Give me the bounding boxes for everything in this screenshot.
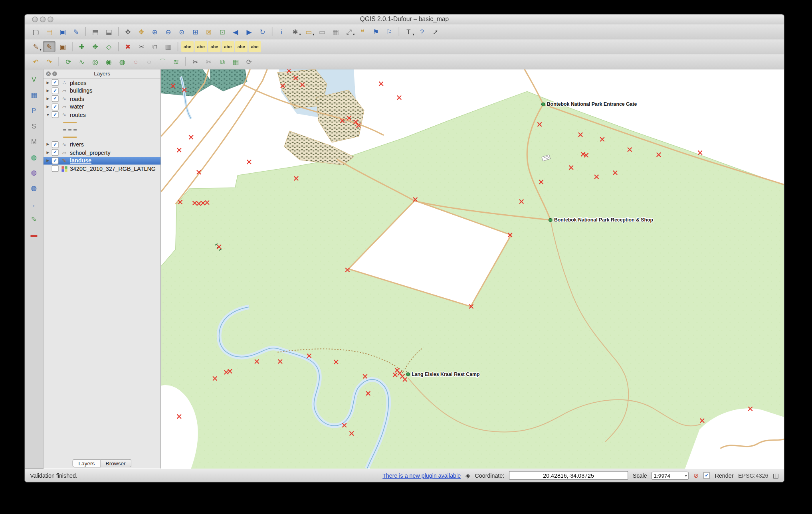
undo-icon[interactable]: ↶ [30,56,42,67]
minimize-button[interactable] [40,16,46,22]
deselect-features-icon[interactable]: ▭ [316,26,328,38]
zoom-actual-size-icon[interactable]: ⊙ [176,26,188,38]
new-project-icon[interactable]: ▢ [30,26,42,38]
pan-to-selection-icon[interactable]: ✥ [135,26,148,38]
labeling-icon[interactable]: abc [181,41,194,52]
select-features-icon[interactable]: ▭▾ [303,26,315,38]
add-postgis-layer-icon[interactable]: P [28,105,40,116]
add-raster-layer-icon[interactable]: ▦ [28,89,40,101]
save-project-icon[interactable]: ▣ [56,26,69,38]
panel-tab-layers[interactable]: Layers [73,459,100,468]
paste-features-icon[interactable]: ▥ [162,41,174,52]
title-bar[interactable]: QGIS 2.0.1-Dufour – basic_map [25,14,784,24]
rotate-label-icon[interactable]: abc [235,41,248,52]
add-ring-icon[interactable]: ◎ [89,56,101,67]
move-feature-icon[interactable]: ✥ [89,41,101,52]
zoom-in-icon[interactable]: ⊕ [149,26,161,38]
layer-legend-entry[interactable] [44,119,160,126]
layer-visibility-checkbox[interactable]: ✓ [52,95,59,102]
new-bookmark-icon[interactable]: ⚑ [370,26,382,38]
layer-row-landuse[interactable]: ▶✓✎landuse [44,156,160,164]
expand-arrow-icon[interactable]: ▶ [46,158,50,162]
current-edits-icon[interactable]: ✎▾ [30,41,42,52]
dropdown-arrow-icon[interactable]: ▾ [313,33,314,37]
zoom-last-icon[interactable]: ◀ [230,26,242,38]
delete-ring-icon[interactable]: ◌ [129,56,142,67]
open-attribute-table-icon[interactable]: ▦ [329,26,342,38]
layer-row-places[interactable]: ▶✓∴places [44,79,160,87]
text-annotation-icon[interactable]: T▾ [402,26,415,38]
layer-visibility-checkbox[interactable]: ✓ [52,141,59,148]
cut-features-icon[interactable]: ✂ [135,41,148,52]
map-canvas[interactable]: Bontebok National Park Entrance GateBont… [161,69,784,469]
add-feature-icon[interactable]: ✚ [75,41,88,52]
remove-layer-icon[interactable]: ▬ [28,229,40,240]
node-tool-icon[interactable]: ◇ [103,41,115,52]
layer-row-routes[interactable]: ▼✓∿routes [44,111,160,119]
render-checkbox[interactable]: ✓ [703,472,710,479]
add-wfs-layer-icon[interactable]: ◍ [28,182,40,194]
dropdown-arrow-icon[interactable]: ▾ [299,33,301,37]
layer-visibility-checkbox[interactable]: ✓ [52,111,59,118]
redo-icon[interactable]: ↷ [43,56,55,67]
layer-legend-entry[interactable] [44,126,160,133]
panel-tab-browser[interactable]: Browser [101,459,131,468]
rotate-point-symbols-icon[interactable]: ⟳ [243,56,255,67]
merge-attributes-icon[interactable]: ▦ [230,56,242,67]
layer-visibility-checkbox[interactable]: ✓ [52,79,59,86]
expand-arrow-icon[interactable]: ▶ [46,89,50,93]
simplify-feature-icon[interactable]: ∿ [75,56,88,67]
map-tips-icon[interactable]: ❝ [356,26,368,38]
zoom-full-extent-icon[interactable]: ⊞ [189,26,201,38]
expand-arrow-icon[interactable]: ▶ [46,142,50,146]
dropdown-arrow-icon[interactable]: ▾ [353,33,355,37]
add-wcs-layer-icon[interactable]: ◍ [28,167,40,178]
new-shapefile-layer-icon[interactable]: ✎ [28,213,40,225]
copy-features-icon[interactable]: ⧉ [149,41,161,52]
plugin-icon[interactable]: ◈ [465,472,470,479]
merge-features-icon[interactable]: ⧉ [216,56,228,67]
layer-row-rivers[interactable]: ▶✓∿rivers [44,140,160,148]
dropdown-arrow-icon[interactable]: ▾ [412,33,414,37]
change-label-icon[interactable]: abc [249,41,261,52]
expand-arrow-icon[interactable]: ▶ [46,105,50,109]
zoom-button[interactable] [48,16,53,22]
highlight-labels-icon[interactable]: abc [208,41,220,52]
zoom-to-layer-icon[interactable]: ⊡ [216,26,228,38]
layer-visibility-checkbox[interactable]: ✓ [52,87,59,94]
zoom-next-icon[interactable]: ▶ [243,26,255,38]
add-delimited-text-layer-icon[interactable]: , [28,198,40,209]
layer-row-buildings[interactable]: ▶✓▱buildings [44,87,160,95]
layer-visibility-checkbox[interactable]: ✓ [52,149,59,156]
delete-part-icon[interactable]: ◌ [143,56,155,67]
move-label-icon[interactable]: abc [222,41,234,52]
plugin-link[interactable]: There is a new plugin available [382,472,461,479]
new-print-composer-icon[interactable]: ⬒ [89,26,101,38]
collapse-arrow-icon[interactable]: ▼ [46,113,50,117]
pan-map-icon[interactable]: ✥ [122,26,134,38]
layer-row-roads[interactable]: ▶✓∿roads [44,95,160,103]
save-project-as-icon[interactable]: ✎ [70,26,82,38]
reshape-features-icon[interactable]: ⌒ [156,56,169,67]
identify-features-icon[interactable]: i [275,26,288,38]
layer-row-water[interactable]: ▶✓▱water [44,103,160,111]
composer-manager-icon[interactable]: ⬓ [103,26,115,38]
add-spatialite-layer-icon[interactable]: S [28,120,40,132]
pin-labels-icon[interactable]: abc [195,41,207,52]
run-feature-action-icon[interactable]: ✱▾ [289,26,301,38]
add-mssql-layer-icon[interactable]: M [28,136,40,147]
zoom-out-icon[interactable]: ⊖ [162,26,174,38]
show-bookmarks-icon[interactable]: ⚐ [383,26,396,38]
whats-this-icon[interactable]: ➚ [429,26,442,38]
add-vector-layer-icon[interactable]: V [28,73,40,85]
add-wms-layer-icon[interactable]: ◍ [28,151,40,163]
layer-row-school_property[interactable]: ▶✓▱school_property [44,148,160,156]
expand-arrow-icon[interactable]: ▶ [46,81,50,85]
stop-rendering-icon[interactable]: ⊘ [693,472,699,479]
panel-float-icon[interactable]: ◦ [52,71,57,76]
save-layer-edits-icon[interactable]: ▣ [56,41,69,52]
expand-arrow-icon[interactable]: ▶ [46,97,50,101]
fill-ring-icon[interactable]: ◍ [116,56,129,67]
expand-arrow-icon[interactable]: ▶ [46,150,50,154]
open-project-icon[interactable]: ▤ [43,26,55,38]
